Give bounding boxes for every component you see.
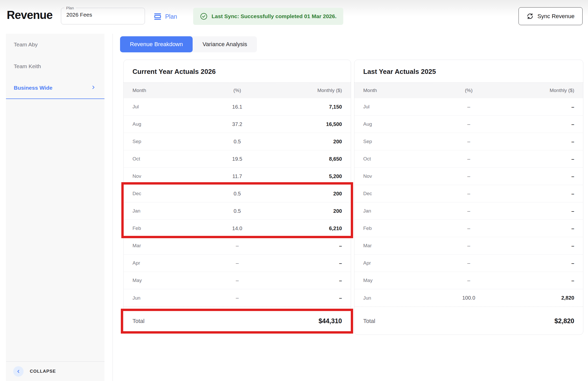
monthly-cell: – xyxy=(272,243,342,249)
pct-cell: – xyxy=(202,295,272,301)
pct-cell: – xyxy=(433,173,504,179)
chevron-right-icon xyxy=(91,85,96,91)
monthly-cell: – xyxy=(272,295,342,301)
monthly-cell: – xyxy=(504,104,574,110)
table-row: Aug – – xyxy=(354,116,583,133)
monthly-cell: – xyxy=(504,225,574,231)
pct-cell: – xyxy=(433,243,504,249)
month-cell: Feb xyxy=(132,225,202,231)
content-divider xyxy=(113,34,113,381)
sidebar-spacer xyxy=(6,99,104,361)
monthly-cell: 8,650 xyxy=(272,156,342,162)
sidebar-item[interactable]: Team Aby xyxy=(6,34,104,55)
month-cell: Nov xyxy=(132,173,202,179)
top-bar: Revenue Plan 2026 Fees Plan Last Sync: S… xyxy=(0,0,588,34)
plan-layout-icon xyxy=(153,13,162,20)
pct-cell: – xyxy=(433,225,504,231)
table-row: Apr – – xyxy=(354,255,583,272)
sidebar-item[interactable]: Business Wide xyxy=(6,77,104,99)
monthly-cell: – xyxy=(504,260,574,266)
pct-cell: 37.2 xyxy=(202,121,272,127)
pct-cell: 11.7 xyxy=(202,173,272,179)
column-header-month: Month xyxy=(132,88,202,93)
month-cell: Oct xyxy=(363,156,433,162)
last-year-title: Last Year Actuals 2025 xyxy=(354,60,583,83)
month-cell: Dec xyxy=(132,191,202,196)
pct-cell: 0.5 xyxy=(202,208,272,214)
tab-variance-analysis[interactable]: Variance Analysis xyxy=(193,36,257,52)
month-cell: Jan xyxy=(132,208,202,214)
month-cell: Sep xyxy=(132,139,202,144)
table-row: Jun 100.0 2,820 xyxy=(354,289,583,307)
monthly-cell: – xyxy=(504,278,574,284)
table-row: Oct – – xyxy=(354,150,583,168)
table-header: Month (%) Monthly ($) xyxy=(124,83,351,98)
pct-cell: – xyxy=(433,260,504,266)
success-check-icon xyxy=(200,12,208,20)
pct-cell: – xyxy=(433,278,504,284)
month-cell: Dec xyxy=(363,191,433,196)
pct-cell: – xyxy=(202,260,272,266)
total-row: Total $44,310 xyxy=(124,307,351,335)
monthly-cell: 200 xyxy=(272,208,342,214)
monthly-cell: – xyxy=(504,173,574,179)
monthly-cell: 6,210 xyxy=(272,225,342,231)
pct-cell: 100.0 xyxy=(433,295,504,301)
monthly-cell: – xyxy=(504,191,574,197)
column-header-pct: (%) xyxy=(202,88,272,93)
plan-select-field[interactable]: Plan 2026 Fees xyxy=(61,6,145,24)
monthly-cell: – xyxy=(272,278,342,284)
table-row: Dec 0.5 200 xyxy=(124,185,351,202)
table-row: Nov – – xyxy=(354,168,583,185)
column-header-month: Month xyxy=(363,88,433,93)
sync-revenue-label: Sync Revenue xyxy=(537,13,575,20)
table-row: Aug 37.2 16,500 xyxy=(124,116,351,133)
sync-refresh-icon xyxy=(527,13,534,20)
month-cell: Mar xyxy=(132,243,202,249)
table-row: May – – xyxy=(354,272,583,289)
sidebar-item-label: Team Keith xyxy=(14,63,41,69)
monthly-cell: 2,820 xyxy=(504,295,574,301)
total-label: Total xyxy=(363,318,469,324)
total-value: $2,820 xyxy=(469,317,574,325)
table-row: Jul 16.1 7,150 xyxy=(124,98,351,116)
pct-cell: – xyxy=(433,139,504,145)
current-year-title: Current Year Actuals 2026 xyxy=(124,60,351,83)
chevron-left-icon xyxy=(13,366,24,377)
table-row: Dec – – xyxy=(354,185,583,202)
collapse-label: COLLAPSE xyxy=(30,369,56,374)
table-rows: Jul – – Aug – – Sep – – Oct – – xyxy=(354,98,583,307)
month-cell: Jul xyxy=(132,104,202,110)
sync-revenue-button[interactable]: Sync Revenue xyxy=(519,7,583,25)
month-cell: Aug xyxy=(363,121,433,127)
month-cell: Feb xyxy=(363,225,433,231)
plan-field-label: Plan xyxy=(64,6,76,10)
app-title: Revenue xyxy=(7,9,52,22)
pct-cell: 0.5 xyxy=(202,191,272,197)
month-cell: Apr xyxy=(363,260,433,266)
month-cell: Jun xyxy=(132,295,202,301)
pct-cell: 0.5 xyxy=(202,139,272,145)
month-cell: May xyxy=(132,278,202,283)
collapse-button[interactable]: COLLAPSE xyxy=(6,361,104,381)
table-row: Apr – – xyxy=(124,255,351,272)
monthly-cell: 200 xyxy=(272,139,342,145)
sidebar-item[interactable]: Team Keith xyxy=(6,55,104,77)
sidebar-item-label: Team Aby xyxy=(14,41,38,48)
last-year-card: Last Year Actuals 2025 Month (%) Monthly… xyxy=(354,60,583,335)
plan-button[interactable]: Plan xyxy=(153,11,177,22)
total-label: Total xyxy=(132,318,237,324)
table-row: Oct 19.5 8,650 xyxy=(124,150,351,168)
table-rows: Jul 16.1 7,150 Aug 37.2 16,500 Sep 0.5 2… xyxy=(124,98,351,307)
monthly-cell: – xyxy=(504,139,574,145)
pct-cell: – xyxy=(433,156,504,162)
column-header-monthly: Monthly ($) xyxy=(504,88,574,93)
tab-bar: Revenue Breakdown Variance Analysis xyxy=(120,36,257,52)
column-header-monthly: Monthly ($) xyxy=(272,88,342,93)
pct-cell: 19.5 xyxy=(202,156,272,162)
sidebar-item-label: Business Wide xyxy=(14,85,52,91)
total-value: $44,310 xyxy=(237,317,342,325)
month-cell: Jan xyxy=(363,208,433,214)
monthly-cell: 16,500 xyxy=(272,121,342,127)
tab-revenue-breakdown[interactable]: Revenue Breakdown xyxy=(120,36,193,52)
